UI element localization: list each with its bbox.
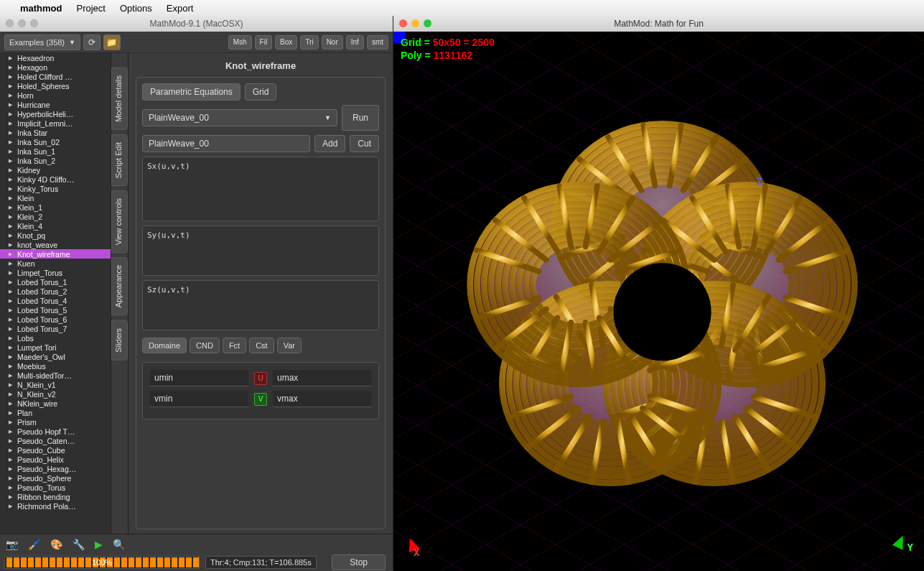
zoom-icon[interactable] <box>30 19 38 27</box>
tree-item[interactable]: NKlein_wire <box>0 399 111 408</box>
fx-input[interactable]: Sx(u,v,t) <box>142 157 379 221</box>
tab-parametric-equations[interactable]: Parametric Equations <box>142 83 241 101</box>
tree-item[interactable]: Inka Sun_2 <box>0 156 111 165</box>
menu-app[interactable]: mathmod <box>20 3 62 14</box>
menu-options[interactable]: Options <box>120 3 152 14</box>
tree-item[interactable]: Klein_4 <box>0 221 111 231</box>
3d-viewport[interactable]: Grid = 50x50 = 2500 Poly = 1131162 <box>393 32 924 571</box>
toggle-tri[interactable]: Tri <box>300 35 318 50</box>
tree-item[interactable]: Inka Star <box>0 128 111 137</box>
brush-icon[interactable]: 🖌️ <box>28 539 40 550</box>
tree-item[interactable]: Multi-sidedTor… <box>0 371 111 380</box>
tree-item[interactable]: Horn <box>0 90 111 100</box>
umax-input[interactable]: umax <box>273 370 371 386</box>
tree-item[interactable]: Inka Sun_02 <box>0 137 111 147</box>
minimize-icon[interactable] <box>411 19 419 27</box>
v-badge[interactable]: V <box>254 393 267 406</box>
tree-item[interactable]: Lobed Torus_5 <box>0 305 111 315</box>
close-icon[interactable] <box>6 19 14 27</box>
tree-item[interactable]: Hexaedron <box>0 53 111 62</box>
run-button[interactable]: Run <box>342 105 379 131</box>
tree-item[interactable]: Hurricane <box>0 100 111 109</box>
umin-input[interactable]: umin <box>150 370 248 386</box>
zoom-icon[interactable] <box>424 19 431 27</box>
vtab-sliders[interactable]: Sliders <box>111 320 128 361</box>
tree-item[interactable]: Lumpet Tori <box>0 343 111 352</box>
tree-item[interactable]: Richmond Pola… <box>0 501 111 511</box>
traffic-lights-left[interactable] <box>6 19 38 27</box>
vtab-view-controls[interactable]: View controls <box>111 190 128 253</box>
toggle-inf[interactable]: Inf <box>346 35 364 50</box>
palette-icon[interactable]: 🎨 <box>50 539 62 550</box>
tree-item[interactable]: Kidney <box>0 165 111 175</box>
toggle-msh[interactable]: Msh <box>228 35 252 50</box>
vmin-input[interactable]: vmin <box>150 391 248 407</box>
tree-item[interactable]: Lobed Torus_1 <box>0 277 111 287</box>
tree-item[interactable]: N_Klein_v2 <box>0 389 111 399</box>
tree-item[interactable]: Pseudo_Cube <box>0 445 111 455</box>
tree-item[interactable]: Pseudo_Helix <box>0 455 111 464</box>
tree-item[interactable]: HyperbolicHeli… <box>0 109 111 119</box>
u-badge[interactable]: U <box>254 372 267 385</box>
menu-project[interactable]: Project <box>77 3 106 14</box>
toggle-fil[interactable]: Fil <box>255 35 273 50</box>
tree-item[interactable]: Klein_1 <box>0 203 111 212</box>
subtab-var[interactable]: Var <box>277 338 302 353</box>
tree-item[interactable]: Maeder's_Owl <box>0 352 111 361</box>
tree-item[interactable]: Pseudo Hopf T… <box>0 427 111 436</box>
tree-item[interactable]: Ribbon bending <box>0 492 111 501</box>
tree-item[interactable]: Hexagon <box>0 62 111 72</box>
tree-item[interactable]: knot_weave <box>0 240 111 249</box>
search-icon[interactable]: 🔍 <box>113 539 125 550</box>
tree-item[interactable]: Klein <box>0 193 111 203</box>
tree-item[interactable]: Moebius <box>0 361 111 371</box>
vtab-appearance[interactable]: Appearance <box>111 257 128 315</box>
mac-menubar[interactable]: mathmod Project Options Export <box>0 0 924 16</box>
tree-item[interactable]: Pseudo_Torus <box>0 483 111 492</box>
toggle-nor[interactable]: Nor <box>322 35 343 50</box>
component-select[interactable]: PlainWeave_00 ▼ <box>142 109 337 126</box>
tree-item[interactable]: Pseudo_Caten… <box>0 436 111 445</box>
tree-item[interactable]: Implicit_Lemni… <box>0 119 111 128</box>
cut-button[interactable]: Cut <box>350 135 379 152</box>
toggle-smt[interactable]: smt <box>367 35 388 50</box>
refresh-icon[interactable]: ⟳ <box>83 34 101 50</box>
subtab-fct[interactable]: Fct <box>223 338 246 353</box>
tree-item[interactable]: Holed_Spheres <box>0 81 111 90</box>
tree-item[interactable]: Prism <box>0 417 111 427</box>
fy-input[interactable]: Sy(u,v,t) <box>142 226 379 276</box>
toggle-box[interactable]: Box <box>275 35 297 50</box>
tree-item[interactable]: Pseudo_Sphere <box>0 473 111 483</box>
subtab-domaine[interactable]: Domaine <box>142 338 187 353</box>
tree-item[interactable]: Lobs <box>0 333 111 343</box>
examples-tree[interactable]: HexaedronHexagonHoled Clifford …Holed_Sp… <box>0 53 111 534</box>
tree-item[interactable]: Holed Clifford … <box>0 72 111 81</box>
tree-item[interactable]: Pseudo_Hexag… <box>0 464 111 473</box>
tree-item[interactable]: Kinky 4D Cliffo… <box>0 175 111 184</box>
traffic-lights-right[interactable] <box>399 19 431 27</box>
vmax-input[interactable]: vmax <box>273 391 371 407</box>
tree-item[interactable]: Lobed Torus_4 <box>0 296 111 305</box>
minimize-icon[interactable] <box>18 19 26 27</box>
tree-item[interactable]: Lobed Torus_7 <box>0 324 111 333</box>
left-titlebar[interactable]: MathMod-9.1 (MacOSX) <box>0 16 393 32</box>
tab-grid[interactable]: Grid <box>245 83 277 101</box>
right-titlebar[interactable]: MathMod: Math for Fun <box>393 16 924 32</box>
tree-item[interactable]: Limpet_Torus <box>0 268 111 277</box>
component-name-input[interactable]: PlainWeave_00 <box>142 135 310 152</box>
tree-item[interactable]: Plan <box>0 408 111 417</box>
tree-item[interactable]: Knot_pq <box>0 231 111 240</box>
tree-item[interactable]: Knot_wireframe <box>0 249 111 259</box>
menu-export[interactable]: Export <box>167 3 194 14</box>
subtab-cst[interactable]: Cst <box>249 338 274 353</box>
play-icon[interactable]: ▶ <box>95 539 103 550</box>
tree-item[interactable]: Lobed Torus_2 <box>0 287 111 296</box>
examples-combo[interactable]: Examples (358) ▼ <box>4 34 80 50</box>
add-button[interactable]: Add <box>314 135 345 152</box>
tree-item[interactable]: Lobed Torus_6 <box>0 315 111 324</box>
vtab-model-details[interactable]: Model details <box>111 68 128 130</box>
camera-icon[interactable]: 📷 <box>6 539 18 550</box>
fz-input[interactable]: Sz(u,v,t) <box>142 280 379 330</box>
tree-item[interactable]: Kinky_Torus <box>0 184 111 193</box>
subtab-cnd[interactable]: CND <box>190 338 220 353</box>
